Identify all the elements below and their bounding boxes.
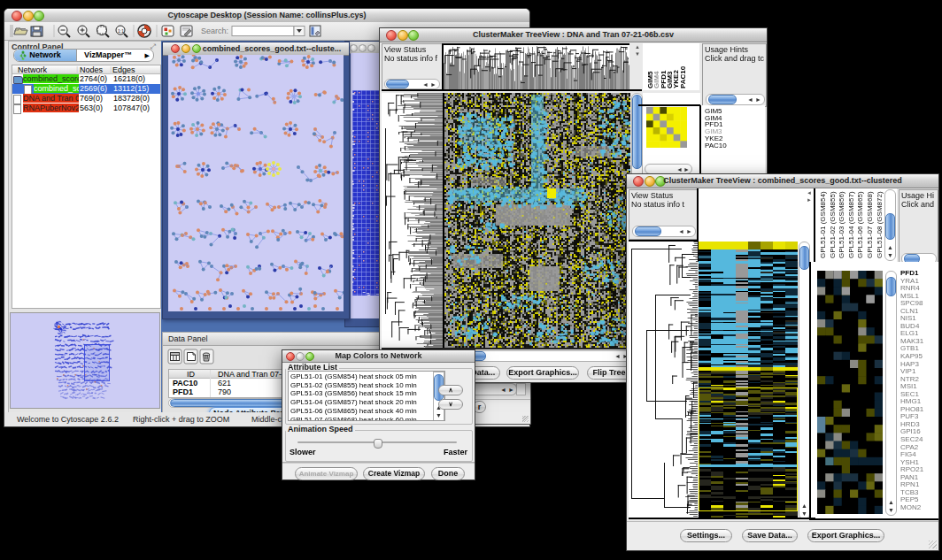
svg-text:1:1: 1:1: [118, 28, 124, 34]
svg-text:Search:: Search:: [201, 27, 228, 35]
